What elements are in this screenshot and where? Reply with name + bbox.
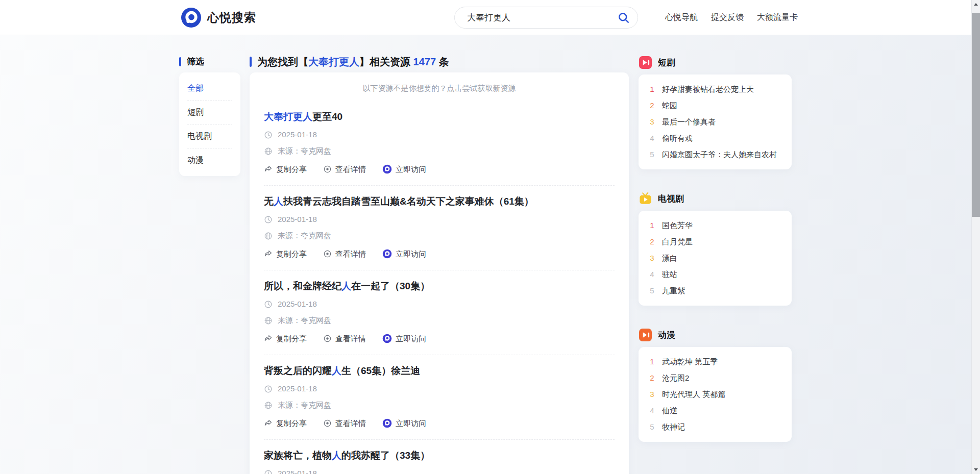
view-detail-button[interactable]: 查看详情 <box>323 248 366 259</box>
rank-card: 1好孕甜妻被钻石老公宠上天2蛇园3最后一个修真者4偷听有戏5闪婚京圈太子爷：夫人… <box>639 74 792 169</box>
rank-item[interactable]: 1好孕甜妻被钻石老公宠上天 <box>649 81 781 97</box>
rank-number: 5 <box>649 423 655 431</box>
share-icon <box>264 250 273 258</box>
logo-icon <box>181 8 201 28</box>
result-date: 2025-01-18 <box>278 299 317 309</box>
accent-bar <box>179 57 181 66</box>
result-source: 来源：夸克网盘 <box>278 231 331 241</box>
scrollbar-thumb[interactable] <box>972 13 980 217</box>
rank-item[interactable]: 3漂白 <box>649 250 781 266</box>
result-actions: 复制分享查看详情立即访问 <box>264 248 615 259</box>
filter-item-动漫[interactable]: 动漫 <box>187 148 232 172</box>
nav-link-xinyue-nav[interactable]: 心悦导航 <box>665 12 698 23</box>
results-heading: 为您找到【大奉打更人】相关资源 1477 条 <box>250 56 629 68</box>
rank-item[interactable]: 1国色芳华 <box>649 217 781 234</box>
nav-link-data-card[interactable]: 大额流量卡 <box>757 12 798 23</box>
rank-section-header: 动漫 <box>639 328 792 342</box>
rank-item-title: 好孕甜妻被钻石老公宠上天 <box>662 85 754 93</box>
result-title[interactable]: 家族将亡，植物人的我苏醒了（33集） <box>264 450 430 461</box>
filter-title: 筛选 <box>187 56 204 67</box>
visit-icon <box>382 334 392 343</box>
copy-share-button[interactable]: 复制分享 <box>264 418 307 429</box>
refresh-notice[interactable]: 以下资源不是你想要的？点击尝试获取新资源 <box>264 84 615 93</box>
share-icon <box>264 419 273 428</box>
visit-now-button[interactable]: 立即访问 <box>382 164 426 174</box>
copy-share-button[interactable]: 复制分享 <box>264 333 307 344</box>
result-title[interactable]: 背叛之后的闪耀人生（65集）徐兰迪 <box>264 365 420 376</box>
result-source: 来源：夸克网盘 <box>278 400 331 410</box>
copy-share-button[interactable]: 复制分享 <box>264 248 307 259</box>
rank-item[interactable]: 1武动乾坤 第五季 <box>649 354 781 370</box>
rank-item[interactable]: 5闪婚京圈太子爷：夫人她来自农村 <box>649 146 781 163</box>
results-count: 1477 <box>413 56 436 67</box>
result-date-row: 2025-01-18 <box>264 384 615 394</box>
clock-icon <box>264 469 273 474</box>
visit-now-button[interactable]: 立即访问 <box>382 248 426 259</box>
rank-item-title: 白月梵星 <box>662 238 693 246</box>
scroll-down-button[interactable] <box>972 465 980 474</box>
rank-item[interactable]: 4偷听有戏 <box>649 130 781 146</box>
search-input[interactable] <box>454 7 638 29</box>
eye-icon <box>323 334 332 343</box>
search-icon <box>618 12 630 24</box>
triangle-up-icon <box>974 3 978 6</box>
globe-icon <box>264 232 273 240</box>
result-title[interactable]: 无人扶我青云志我自踏雪至山巅&名动天下之家事难休（61集） <box>264 196 534 207</box>
logo[interactable]: 心悦搜索 <box>181 8 256 28</box>
result-actions: 复制分享查看详情立即访问 <box>264 333 615 344</box>
accent-bar <box>250 57 252 67</box>
rank-item-title: 漂白 <box>662 254 677 262</box>
nav-link-feedback[interactable]: 提交反馈 <box>711 12 744 23</box>
result-date: 2025-01-18 <box>278 468 317 474</box>
rank-item[interactable]: 2白月梵星 <box>649 234 781 250</box>
clock-icon <box>264 300 273 309</box>
result-title[interactable]: 大奉打更人更至40 <box>264 111 342 122</box>
rank-item[interactable]: 2沧元图2 <box>649 370 781 386</box>
rank-number: 3 <box>649 390 655 398</box>
result-item: 背叛之后的闪耀人生（65集）徐兰迪2025-01-18来源：夸克网盘复制分享查看… <box>264 355 615 440</box>
filter-item-电视剧[interactable]: 电视剧 <box>187 124 232 148</box>
scrollbar[interactable] <box>971 0 980 474</box>
filter-item-全部[interactable]: 全部 <box>187 77 232 101</box>
rank-item[interactable]: 3时光代理人 英都篇 <box>649 386 781 403</box>
globe-icon <box>264 316 273 325</box>
rank-item-title: 闪婚京圈太子爷：夫人她来自农村 <box>662 151 777 159</box>
rank-item[interactable]: 3最后一个修真者 <box>649 114 781 130</box>
visit-now-button[interactable]: 立即访问 <box>382 333 426 344</box>
rank-number: 4 <box>649 407 655 415</box>
rank-item[interactable]: 4仙逆 <box>649 403 781 419</box>
result-title[interactable]: 所以，和金牌经纪人在一起了（30集） <box>264 281 430 291</box>
rank-item-title: 驻站 <box>662 270 677 279</box>
rank-item-title: 国色芳华 <box>662 221 693 230</box>
tv-icon <box>639 192 652 206</box>
results-card: 以下资源不是你想要的？点击尝试获取新资源 大奉打更人更至402025-01-18… <box>250 72 629 474</box>
copy-share-button[interactable]: 复制分享 <box>264 164 307 174</box>
rank-item-title: 偷听有戏 <box>662 134 693 142</box>
rank-item[interactable]: 5九重紫 <box>649 283 781 299</box>
rank-number: 1 <box>649 358 655 366</box>
visit-now-button[interactable]: 立即访问 <box>382 418 426 429</box>
scroll-up-button[interactable] <box>972 0 980 9</box>
result-date: 2025-01-18 <box>278 384 317 394</box>
rank-number: 1 <box>649 85 655 93</box>
result-item: 无人扶我青云志我自踏雪至山巅&名动天下之家事难休（61集）2025-01-18来… <box>264 186 615 270</box>
filter-sidebar: 筛选 全部短剧电视剧动漫 <box>179 56 240 176</box>
results-keyword: 大奉打更人 <box>308 56 359 67</box>
rank-item[interactable]: 2蛇园 <box>649 97 781 114</box>
rank-item[interactable]: 5牧神记 <box>649 419 781 435</box>
globe-icon <box>264 401 273 410</box>
view-detail-button[interactable]: 查看详情 <box>323 164 366 174</box>
result-source: 来源：夸克网盘 <box>278 146 331 156</box>
rank-item-title: 最后一个修真者 <box>662 118 716 126</box>
rank-item[interactable]: 4驻站 <box>649 266 781 283</box>
search-button[interactable] <box>617 11 631 25</box>
rank-section-anime: 动漫1武动乾坤 第五季2沧元图23时光代理人 英都篇4仙逆5牧神记 <box>639 328 792 442</box>
view-detail-button[interactable]: 查看详情 <box>323 418 366 429</box>
view-detail-button[interactable]: 查看详情 <box>323 333 366 344</box>
anime-icon <box>639 328 652 342</box>
result-date-row: 2025-01-18 <box>264 468 615 474</box>
rank-item-title: 九重紫 <box>662 287 685 295</box>
search-bar <box>454 7 638 29</box>
rank-item-title: 牧神记 <box>662 423 685 431</box>
filter-item-短剧[interactable]: 短剧 <box>187 101 232 124</box>
